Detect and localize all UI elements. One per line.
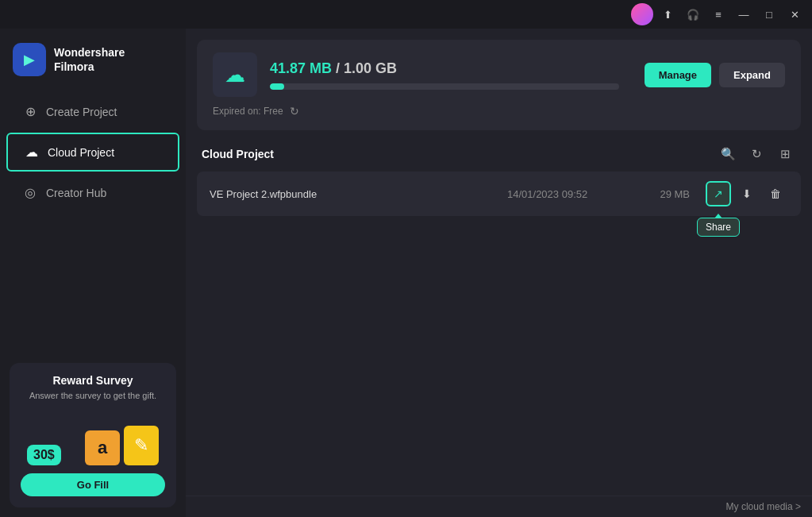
create-project-label: Create Project bbox=[46, 106, 117, 118]
sidebar-item-create-project[interactable]: ⊕ Create Project bbox=[6, 94, 179, 129]
reward-card: Reward Survey Answer the survey to get t… bbox=[10, 363, 176, 507]
app-logo-icon: ▶ bbox=[13, 43, 46, 76]
storage-bar-container bbox=[270, 83, 619, 90]
storage-info: ☁ 41.87 MB / 1.00 GB bbox=[213, 52, 619, 97]
file-date: 14/01/2023 09:52 bbox=[507, 188, 610, 200]
cloud-project-label: Cloud Project bbox=[48, 146, 114, 159]
download-icon: ⬇ bbox=[742, 187, 752, 200]
storage-size: 41.87 MB / 1.00 GB bbox=[270, 60, 619, 77]
reward-title: Reward Survey bbox=[21, 374, 165, 387]
storage-used: 41.87 MB bbox=[270, 60, 332, 76]
sidebar-item-creator-hub[interactable]: ◎ Creator Hub bbox=[6, 175, 179, 210]
grid-view-icon-btn[interactable]: ⊞ bbox=[774, 143, 796, 165]
sidebar-item-cloud-project[interactable]: ☁ Cloud Project bbox=[6, 133, 179, 172]
amazon-box-icon: a bbox=[85, 430, 120, 465]
file-list: VE Project 2.wfpbundle 14/01/2023 09:52 … bbox=[186, 172, 812, 496]
close-btn[interactable]: ✕ bbox=[783, 3, 806, 25]
go-fill-button[interactable]: Go Fill bbox=[21, 473, 165, 496]
creator-hub-icon: ◎ bbox=[22, 185, 38, 200]
create-project-icon: ⊕ bbox=[22, 104, 38, 119]
bottom-bar: My cloud media > bbox=[186, 496, 812, 517]
section-actions: 🔍 ↻ ⊞ bbox=[717, 143, 796, 165]
maximize-btn[interactable]: □ bbox=[758, 3, 780, 25]
download-button[interactable]: ⬇ bbox=[734, 181, 760, 206]
storage-total: 1.00 GB bbox=[344, 60, 397, 76]
refresh-icon[interactable]: ↻ bbox=[290, 105, 299, 118]
sidebar: ▶ Wondershare Filmora ⊕ Create Project ☁… bbox=[0, 29, 186, 517]
expired-row: Expired on: Free ↻ bbox=[213, 105, 785, 118]
logo-area: ▶ Wondershare Filmora bbox=[0, 29, 186, 92]
reward-badge: 30$ bbox=[27, 445, 61, 465]
search-icon-btn[interactable]: 🔍 bbox=[717, 143, 739, 165]
share-tooltip: Share bbox=[697, 218, 740, 237]
section-title: Cloud Project bbox=[202, 148, 274, 160]
app-name: Wondershare Filmora bbox=[54, 45, 125, 74]
creator-hub-label: Creator Hub bbox=[46, 187, 106, 199]
manage-button[interactable]: Manage bbox=[645, 63, 711, 87]
my-cloud-media-link[interactable]: My cloud media > bbox=[726, 501, 801, 512]
share-button[interactable]: ↗ Share bbox=[706, 181, 731, 206]
storage-actions: Manage Expand bbox=[645, 63, 785, 87]
table-row: VE Project 2.wfpbundle 14/01/2023 09:52 … bbox=[197, 172, 801, 216]
file-size: 29 MB bbox=[642, 188, 690, 200]
upload-btn[interactable]: ⬆ bbox=[656, 3, 679, 25]
storage-details: 41.87 MB / 1.00 GB bbox=[270, 60, 619, 90]
minimize-btn[interactable]: — bbox=[733, 3, 755, 25]
checklist-icon: ✎ bbox=[124, 426, 159, 465]
share-icon: ↗ bbox=[714, 187, 723, 200]
storage-area: ☁ 41.87 MB / 1.00 GB Manage E bbox=[197, 40, 801, 130]
expand-button[interactable]: Expand bbox=[719, 63, 785, 87]
file-name: VE Project 2.wfpbundle bbox=[210, 188, 507, 200]
delete-button[interactable]: 🗑 bbox=[763, 181, 788, 206]
content-area: ☁ 41.87 MB / 1.00 GB Manage E bbox=[186, 29, 812, 517]
headset-btn[interactable]: 🎧 bbox=[682, 3, 704, 25]
storage-separator: / bbox=[336, 60, 344, 76]
storage-bar-fill bbox=[270, 83, 284, 90]
reward-desc: Answer the survey to get the gift. bbox=[21, 390, 165, 402]
file-actions: ↗ Share ⬇ 🗑 bbox=[706, 181, 788, 206]
user-avatar[interactable] bbox=[631, 3, 653, 25]
section-header: Cloud Project 🔍 ↻ ⊞ bbox=[186, 137, 812, 172]
menu-btn[interactable]: ≡ bbox=[707, 3, 729, 25]
cloud-project-icon: ☁ bbox=[24, 145, 40, 160]
reward-illustration: 30$ a ✎ bbox=[21, 410, 165, 465]
delete-icon: 🗑 bbox=[770, 187, 781, 200]
titlebar: ⬆ 🎧 ≡ — □ ✕ bbox=[0, 0, 812, 29]
storage-header: ☁ 41.87 MB / 1.00 GB Manage E bbox=[213, 52, 785, 97]
main-layout: ▶ Wondershare Filmora ⊕ Create Project ☁… bbox=[0, 29, 812, 517]
expired-label: Expired on: Free bbox=[213, 106, 283, 117]
cloud-storage-icon: ☁ bbox=[213, 52, 257, 97]
refresh-icon-btn[interactable]: ↻ bbox=[745, 143, 768, 165]
